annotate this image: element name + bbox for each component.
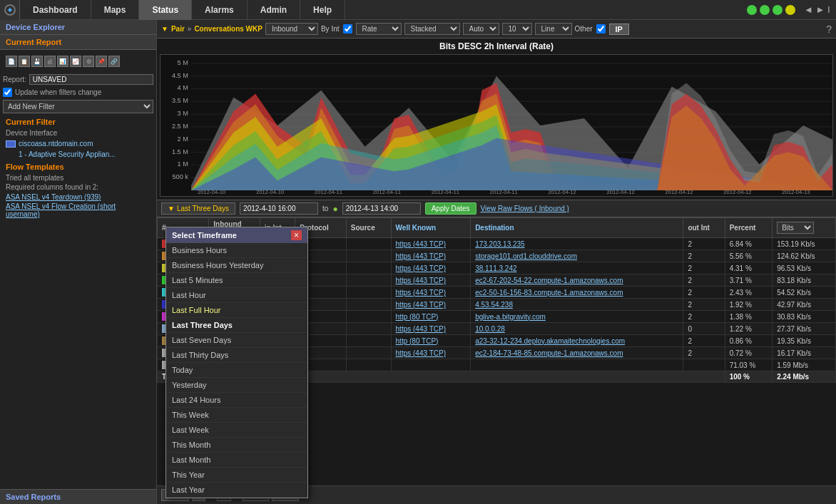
report-icon-9[interactable]: 🔗 [108,56,120,67]
row-destination[interactable]: storage101.ord1.clouddrive.com [471,250,683,262]
timeframe-item[interactable]: Last Full Hour [166,303,307,318]
filter-icon: ▼ [161,25,168,33]
other-label: Other [575,25,593,33]
row-percent: 1.22 % [725,323,772,335]
timeframe-item[interactable]: Last Month [166,453,307,468]
report-icon-4[interactable]: 🖨 [44,56,56,67]
add-filter-select[interactable]: Add New Filter [3,100,153,113]
auto-select[interactable]: Auto 1h 2h [463,23,499,35]
flow-link-2[interactable]: ASA NSEL v4 Flow Creation (short usernam… [0,202,156,219]
timeframe-item[interactable]: Last Thirty Days [166,348,307,363]
nav-dot-2[interactable] [760,5,770,15]
other-percent: 71.03 % [725,359,772,371]
device-explorer-title[interactable]: Device Explorer [0,20,156,35]
direction-select[interactable]: Inbound Outbound Both [265,23,318,35]
view-raw-flows-link[interactable]: View Raw Flows ( Inbound ) [481,205,569,212]
row-out-int: 2 [683,287,725,299]
nav-dot-4[interactable] [785,5,795,15]
report-icon-2[interactable]: 📋 [19,56,30,67]
row-destination[interactable]: a23-32-12-234.deploy.akamaitechnologies.… [471,335,683,347]
update-checkbox-row: Update when filters change [0,86,156,98]
timeframe-item[interactable]: Last Three Days [166,318,307,333]
svg-text:3.5 M: 3.5 M [172,97,188,104]
total-percent: 100 % [725,371,772,383]
row-destination[interactable]: 10.0.0.28 [471,323,683,335]
timeframe-item[interactable]: Last Year [166,483,307,498]
row-rate: 16.17 Kb/s [773,347,836,359]
report-icon-6[interactable]: 📈 [70,56,81,67]
svg-text:2012-04-12: 2012-04-12 [606,189,634,195]
report-icon-8[interactable]: 📌 [96,56,107,67]
timeframe-item[interactable]: This Week [166,408,307,423]
row-destination[interactable]: 4.53.54.238 [471,299,683,311]
row-rate: 96.53 Kb/s [773,262,836,274]
rate-select[interactable]: Rate Volume [356,23,402,35]
to-date-input[interactable] [342,202,421,215]
ip-button[interactable]: IP [609,24,629,35]
nav-tab-admin[interactable]: Admin [248,0,300,20]
saved-reports-section[interactable]: Saved Reports [0,489,156,504]
row-well-known: https (443 TCP) [391,238,471,250]
pair-label: Pair [171,25,185,33]
timeframe-item[interactable]: Yesterday [166,378,307,393]
timeframe-item[interactable]: Last Hour [166,288,307,303]
apply-dates-button[interactable]: Apply Dates [425,202,476,215]
device-interface-item[interactable]: 1 - Adaptive Security Applian... [0,149,156,160]
device-host-item[interactable]: ciscoasa.ntdomain.com [0,138,156,149]
stacked-select[interactable]: Stacked Unstacked [404,23,460,35]
timeframe-item[interactable]: Last 24 Hours [166,393,307,408]
nav-tab-help[interactable]: Help [300,0,345,20]
other-out-int [683,359,725,371]
timeframe-item[interactable]: Last Week [166,423,307,438]
other-source [346,359,391,371]
report-icon-7[interactable]: ⚙ [83,56,94,67]
report-icon-1[interactable]: 📄 [6,56,17,67]
row-destination[interactable]: bglive-a.bitgravity.com [471,311,683,323]
timeframe-button[interactable]: ▼ Last Three Days [161,202,235,215]
row-destination[interactable]: ec2-184-73-48-85.compute-1.amazonaws.com [471,347,683,359]
bits-unit-select[interactable]: Bits Bytes [777,222,814,234]
row-out-int: 0 [683,323,725,335]
nav-tab-dashboard[interactable]: Dashboard [20,0,91,20]
from-date-input[interactable] [240,202,318,215]
svg-text:2012-04-10: 2012-04-10 [256,189,284,195]
nav-tab-alarms[interactable]: Alarms [192,0,248,20]
timeframe-item[interactable]: Last Seven Days [166,333,307,348]
timeframe-item[interactable]: Business Hours Yesterday [166,258,307,273]
timeframe-item[interactable]: This Year [166,468,307,483]
timeframe-close-button[interactable]: × [291,230,302,240]
row-destination[interactable]: 38.111.3.242 [471,262,683,274]
current-report-title[interactable]: Current Report [0,35,156,50]
report-name-row: Report: [0,73,156,86]
nav-tab-status[interactable]: Status [139,0,192,20]
row-destination[interactable]: ec2-67-202-54-22.compute-1.amazonaws.com [471,274,683,287]
nav-dot-1[interactable] [747,5,757,15]
row-destination[interactable]: ec2-50-16-156-83.compute-1.amazonaws.com [471,287,683,299]
timeframe-item[interactable]: This Month [166,438,307,453]
col-header-destination[interactable]: Destination [471,218,683,238]
flow-link-1[interactable]: ASA NSEL v4 Teardown (939) [0,192,156,202]
by-int-checkbox[interactable] [343,24,352,34]
nav-tab-maps[interactable]: Maps [91,0,140,20]
main-toolbar: ▼ Pair » Conversations WKP Inbound Outbo… [157,20,836,38]
help-icon[interactable]: ? [826,24,832,35]
timeframe-item[interactable]: Today [166,363,307,378]
svg-text:5 M: 5 M [178,59,188,66]
row-well-known: https (443 TCP) [391,262,471,274]
report-icon-5[interactable]: 📊 [57,56,68,67]
timeframe-item[interactable]: Business Hours [166,243,307,258]
svg-text:4.5 M: 4.5 M [172,72,188,79]
other-checkbox[interactable] [596,24,606,34]
row-rate: 27.37 Kb/s [773,323,836,335]
report-name-input[interactable] [29,74,153,85]
timeframe-item[interactable]: Last 5 Minutes [166,273,307,288]
update-checkbox[interactable] [3,88,12,97]
row-destination[interactable]: 173.203.13.235 [471,238,683,250]
nav-dot-3[interactable] [773,5,783,15]
col-header-well-known[interactable]: Well Known [391,218,471,238]
line-select[interactable]: Line Area Bar [535,23,572,35]
other-dest [471,359,683,371]
report-icon-3[interactable]: 💾 [31,56,43,67]
count-select[interactable]: 10 20 50 [502,23,532,35]
timeframe-popup[interactable]: Select Timeframe × Business HoursBusines… [165,227,308,498]
